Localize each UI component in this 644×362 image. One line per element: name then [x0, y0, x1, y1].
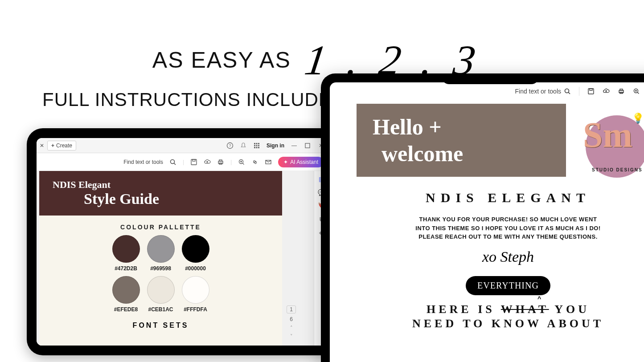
here-is: HERE IS — [427, 303, 501, 316]
create-label: Create — [56, 142, 72, 149]
help-icon[interactable]: ? — [226, 142, 234, 149]
swatch: #969598 — [147, 235, 175, 272]
cloud-icon[interactable] — [204, 159, 211, 166]
svg-line-25 — [569, 93, 570, 94]
pdf-toolbar: Find text or tools | | ✦ AI Assistant — [37, 153, 329, 171]
window-minimize-icon[interactable]: — — [291, 142, 298, 149]
laptop-notch — [441, 73, 539, 84]
hero-subtitle: FULL INSTRUCTIONS INCLUDED. — [42, 89, 351, 110]
hello-box: Hello + welcome — [357, 104, 566, 177]
create-button[interactable]: + Create — [47, 141, 76, 150]
laptop-screen: Find text or tools Hello + welcome 💡 S — [330, 82, 644, 362]
zoom-icon[interactable] — [633, 88, 640, 95]
svg-rect-14 — [191, 159, 197, 165]
save-icon[interactable] — [190, 159, 197, 166]
headline-1: HERE IS WHAT YOU — [357, 302, 644, 317]
total-pages: 6 — [290, 316, 293, 322]
svg-point-12 — [171, 159, 175, 163]
print-icon[interactable] — [217, 159, 224, 166]
save-icon[interactable] — [587, 88, 595, 95]
search-icon[interactable] — [169, 159, 176, 166]
swatch-dot — [182, 276, 209, 304]
swatch: #CEB1AC — [147, 276, 175, 313]
swatch-dot — [147, 235, 175, 263]
cloud-icon[interactable] — [603, 88, 610, 95]
search-icon[interactable] — [564, 88, 571, 95]
document-page: NDIS Elegant Style Guide COLOUR PALLETTE… — [39, 171, 282, 346]
swatch-dot — [112, 235, 140, 263]
divider — [579, 87, 579, 96]
svg-text:?: ? — [229, 143, 231, 148]
ai-label: AI Assistant — [290, 159, 318, 165]
swatch: #FFFDFA — [182, 276, 209, 313]
svg-rect-2 — [254, 143, 255, 144]
window-titlebar: ✕ + Create ? Sign in — ✕ — [37, 138, 329, 153]
page-up-icon[interactable]: ˄ — [290, 325, 293, 331]
swatch-dot — [112, 276, 140, 304]
you: YOU — [549, 303, 590, 316]
what-strike: WHAT — [501, 303, 549, 316]
sparkle-icon: ✦ — [283, 159, 288, 165]
zoom-icon[interactable] — [238, 159, 245, 166]
headline-2: NEED TO KNOW ABOUT — [357, 317, 644, 331]
svg-rect-3 — [256, 143, 258, 144]
page-down-icon[interactable]: ˅ — [290, 334, 293, 339]
signature: xo Steph — [357, 248, 644, 265]
find-label: Find text or tools — [515, 88, 562, 95]
bell-icon[interactable] — [240, 142, 247, 149]
hello-line1: Hello + — [373, 114, 550, 140]
mail-icon[interactable] — [265, 159, 272, 166]
svg-line-13 — [174, 163, 176, 165]
svg-line-22 — [243, 163, 244, 164]
svg-rect-29 — [620, 89, 623, 90]
ai-assistant-button[interactable]: ✦ AI Assistant — [278, 157, 324, 167]
tablet-frame: ✕ + Create ? Sign in — ✕ Find text or to… — [27, 128, 339, 355]
everything-badge: EVERYTHING — [466, 276, 550, 295]
find-label: Find text or tools — [123, 159, 163, 165]
svg-rect-5 — [254, 145, 255, 146]
link-icon[interactable] — [251, 159, 258, 166]
svg-rect-27 — [590, 89, 592, 90]
fontsets-heading: FONT SETS — [39, 313, 282, 329]
current-page[interactable]: 1 — [287, 305, 296, 313]
svg-rect-8 — [254, 147, 255, 148]
tablet-screen: ✕ + Create ? Sign in — ✕ Find text or to… — [37, 138, 329, 346]
swatch-hex: #FFFDFA — [182, 306, 209, 313]
swatch: #472D2B — [112, 235, 140, 272]
apps-icon[interactable] — [253, 142, 260, 149]
logo-subtitle: STUDIO DESIGNS — [592, 167, 643, 172]
swatch-hex: #969598 — [147, 265, 175, 272]
document-page: Hello + welcome 💡 Sm STUDIO DESIGNS NDIS… — [357, 104, 644, 362]
signin-link[interactable]: Sign in — [267, 142, 284, 149]
hero-easy: AS EASY AS — [152, 47, 291, 73]
swatch-hex: #EFEDE8 — [112, 306, 140, 313]
svg-line-34 — [638, 93, 639, 94]
page-indicator: 1 6 ˄ ˅ — [287, 305, 296, 339]
hello-line2: welcome — [373, 140, 550, 167]
swatch: #000000 — [182, 235, 209, 272]
swatch-hex: #CEB1AC — [147, 306, 175, 313]
print-icon[interactable] — [618, 88, 625, 95]
doc-subtitle: NDIS Elegant — [53, 179, 269, 191]
pdf-toolbar: Find text or tools — [515, 87, 644, 96]
svg-rect-4 — [258, 143, 259, 144]
swatch-hex: #000000 — [182, 265, 209, 272]
brand-logo: 💡 Sm STUDIO DESIGNS — [579, 112, 644, 183]
caret-mark: ^ — [419, 295, 644, 302]
swatch-hex: #472D2B — [112, 265, 140, 272]
find-group: Find text or tools — [515, 88, 571, 95]
swatch: #EFEDE8 — [112, 276, 140, 313]
doc-title: Style Guide — [53, 191, 269, 207]
svg-rect-11 — [305, 143, 310, 148]
window-maximize-icon[interactable] — [304, 142, 311, 149]
svg-point-24 — [565, 89, 569, 93]
svg-rect-10 — [258, 147, 259, 148]
swatch-dot — [182, 235, 209, 263]
lightbulb-icon: 💡 — [632, 113, 644, 124]
svg-rect-6 — [256, 145, 258, 146]
svg-rect-26 — [588, 89, 594, 94]
svg-rect-15 — [193, 159, 195, 161]
svg-rect-7 — [258, 145, 259, 146]
tab-close-icon[interactable]: ✕ — [37, 142, 47, 149]
swatch-row-1: #472D2B #969598 #000000 — [39, 235, 282, 272]
